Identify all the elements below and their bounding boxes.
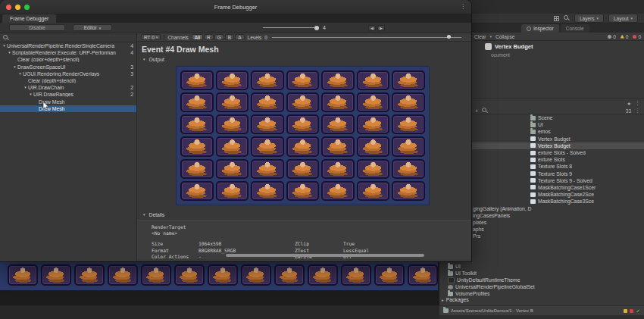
warning-status-icon[interactable] <box>624 309 627 313</box>
project-item-packages[interactable]: ▸ Packages <box>442 297 469 302</box>
sprite-tile <box>357 159 390 179</box>
next-event-button[interactable]: ▶ <box>377 25 385 31</box>
tab-frame-debugger[interactable]: Frame Debugger <box>2 14 56 23</box>
project-item-label: Texture Slots 9 <box>538 171 572 177</box>
levels-slider-knob[interactable] <box>447 35 451 39</box>
window-titlebar[interactable]: Frame Debugger ⋮ <box>0 0 471 14</box>
project-item-label: plates <box>473 220 486 225</box>
rt-dropdown[interactable]: RT 0 ▾ <box>141 34 161 40</box>
project-item-label: Texture Slots 8 <box>538 164 572 169</box>
scene-icon <box>530 192 536 197</box>
sprite-tile <box>357 114 390 134</box>
channel-button-all[interactable]: All <box>192 34 203 40</box>
layout-button[interactable]: Layout ▾ <box>608 14 638 23</box>
console-count-info[interactable]: 0 <box>608 34 616 39</box>
project-item[interactable]: UI <box>442 263 644 270</box>
tree-item[interactable]: ▼ScriptableRenderer.Execute: URP-Perform… <box>0 49 136 56</box>
tree-item[interactable]: ▼UGUI.Rendering.RenderOverlays3 <box>0 70 136 77</box>
tab-inspector[interactable]: Inspector <box>521 24 559 33</box>
tree-item[interactable]: ▼DrawScreenSpaceUI3 <box>0 64 136 70</box>
editor-dropdown[interactable]: Editor ▾ <box>73 24 112 31</box>
project-item[interactable]: UI Toolkit <box>442 270 644 277</box>
tree-item[interactable]: ▼UniversalRenderPipeline.RenderSingleCam… <box>0 42 136 49</box>
zoom-window-icon[interactable] <box>24 5 30 10</box>
scene-asset-icon <box>485 43 492 50</box>
output-foldout[interactable]: ▼ Output <box>142 57 164 62</box>
console-count-warning[interactable]: 0 <box>621 34 629 39</box>
levels-min-value: 0 <box>264 35 267 40</box>
horizontal-scrollbar[interactable] <box>226 254 424 257</box>
add-asset-icon[interactable]: + <box>475 108 478 114</box>
tree-item[interactable]: ▼UIR.DrawChain2 <box>0 84 136 91</box>
window-menu-icon[interactable]: ⋮ <box>460 3 466 10</box>
channel-button-r[interactable]: R <box>204 34 214 40</box>
project-status-bar: Assets/Scenes/UnliteDemos/1 - Vertex B ✓ <box>439 305 644 315</box>
sprite-tile <box>392 114 425 134</box>
previous-event-button[interactable]: ◀ <box>368 25 376 31</box>
close-window-icon[interactable] <box>6 5 11 10</box>
sprite-tile <box>357 136 390 156</box>
sprite-tile <box>74 264 105 286</box>
search-icon[interactable] <box>564 15 570 21</box>
minimize-window-icon[interactable] <box>15 5 20 10</box>
channel-button-b[interactable]: B <box>225 34 234 40</box>
rt-label: RT 0 <box>144 35 155 40</box>
console-clear-button[interactable]: Clear <box>474 34 486 39</box>
tree-item[interactable]: Clear (depth+stencil) <box>0 77 136 84</box>
channel-button-a[interactable]: A <box>235 34 244 40</box>
asset-subtitle: ocument <box>491 52 644 58</box>
project-item[interactable]: UnityDefaultRuntimeTheme <box>442 277 644 283</box>
error-status-icon[interactable] <box>630 309 633 313</box>
event-slider[interactable] <box>263 27 319 28</box>
event-slider-knob[interactable] <box>314 26 319 30</box>
sprite-tile <box>180 114 214 134</box>
sprite-tile <box>357 181 390 201</box>
grid-icon[interactable] <box>554 16 559 21</box>
details-foldout[interactable]: ▼ Details <box>142 212 164 217</box>
sprite-tile <box>286 92 320 112</box>
disclosure-triangle-icon[interactable]: ▼ <box>17 72 23 76</box>
caret-down-icon: ▾ <box>630 16 633 20</box>
project-item-label: VolumeProfiles <box>455 291 489 296</box>
project-tree-shallow: UIUI ToolkitUnityDefaultRuntimeThemeUniv… <box>442 263 644 297</box>
disclosure-triangle-icon[interactable]: ▼ <box>23 86 28 89</box>
disclosure-triangle-icon[interactable]: ▼ <box>2 44 7 48</box>
project-toolbar: ★ ⋮ + 33 ⋮ <box>471 99 644 114</box>
tree-item-label: ScriptableRenderer.Execute: URP-Performa… <box>12 50 130 55</box>
tab-console[interactable]: Console <box>561 24 589 33</box>
tab-label: Inspector <box>533 26 554 31</box>
layers-button[interactable]: Layers ▾ <box>574 14 604 23</box>
project-item-label: UI Toolkit <box>455 271 477 276</box>
folder-icon <box>530 123 536 127</box>
levels-slider[interactable] <box>272 37 461 38</box>
console-count-error[interactable]: 0 <box>633 34 641 39</box>
sprite-tile <box>108 264 138 286</box>
tree-item[interactable]: Draw Mesh <box>0 105 136 112</box>
star-icon[interactable]: ★ <box>627 101 631 106</box>
project-item[interactable]: VolumeProfiles <box>442 290 644 297</box>
event-detail-panel: RT 0 ▾ Channels AllRGBA Levels 0 Event #… <box>137 33 471 261</box>
tree-item[interactable]: Draw Mesh <box>0 99 136 105</box>
disclosure-triangle-icon[interactable]: ▼ <box>7 51 12 55</box>
scene-icon <box>530 164 536 169</box>
console-collapse-button[interactable]: Collapse <box>496 34 514 39</box>
menu-dots-icon[interactable]: ⋮ <box>635 108 640 114</box>
project-item[interactable]: UniversalRenderPipelineGlobalSet <box>442 283 644 290</box>
folder-icon <box>443 308 449 313</box>
tree-search-input[interactable] <box>11 34 136 42</box>
disable-button[interactable]: Disable <box>9 24 65 31</box>
channel-button-g[interactable]: G <box>214 34 224 40</box>
tree-item[interactable]: ▼UIR.DrawRanges2 <box>0 91 136 98</box>
sprite-tile <box>286 181 320 201</box>
chevron-right-icon[interactable]: ▸ <box>442 298 444 302</box>
tree-item[interactable]: Clear (color+depth+stencil) <box>0 56 136 63</box>
search-icon <box>3 35 9 41</box>
sprite-tile <box>241 264 271 286</box>
project-item-label: aphs <box>473 227 484 232</box>
disclosure-triangle-icon[interactable]: ▼ <box>12 65 17 69</box>
menu-dots-icon[interactable]: ⋮ <box>635 100 640 106</box>
disclosure-triangle-icon[interactable]: ▼ <box>28 92 33 96</box>
output-label: Output <box>148 57 164 62</box>
project-search-icon[interactable] <box>482 108 488 114</box>
sprite-tile <box>392 159 425 179</box>
